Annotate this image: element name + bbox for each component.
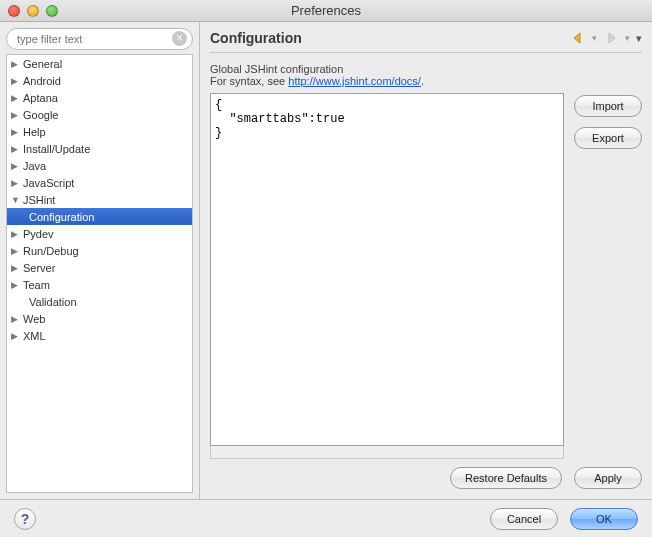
tree-item-label: Java <box>23 160 46 172</box>
nav-sep-1: ▾ <box>592 33 597 43</box>
tree-item[interactable]: ▶XML <box>7 327 192 344</box>
tree-item-label: Run/Debug <box>23 245 79 257</box>
tree-item[interactable]: ▶Help <box>7 123 192 140</box>
tree-item-label: Web <box>23 313 45 325</box>
back-icon[interactable] <box>570 31 586 45</box>
menu-dropdown-icon[interactable]: ▾ <box>636 32 642 45</box>
forward-icon <box>603 31 619 45</box>
tree-item[interactable]: ▼JSHint <box>7 191 192 208</box>
tree-item-label: Aptana <box>23 92 58 104</box>
tree-item[interactable]: ▶Android <box>7 72 192 89</box>
tree-item-label: XML <box>23 330 46 342</box>
filter-input[interactable] <box>6 28 193 50</box>
tree-item-label: Pydev <box>23 228 54 240</box>
tree-item-label: JSHint <box>23 194 55 206</box>
preferences-tree[interactable]: ▶General▶Android▶Aptana▶Google▶Help▶Inst… <box>6 54 193 493</box>
window-title: Preferences <box>0 3 652 18</box>
description: Global JSHint configuration For syntax, … <box>210 63 642 87</box>
disclosure-triangle-icon: ▶ <box>11 314 21 324</box>
page-title: Configuration <box>210 30 302 46</box>
description-line1: Global JSHint configuration <box>210 63 642 75</box>
tree-item-label: Server <box>23 262 55 274</box>
tree-item[interactable]: ▶Team <box>7 276 192 293</box>
tree-item[interactable]: ▶Google <box>7 106 192 123</box>
disclosure-triangle-icon: ▶ <box>11 280 21 290</box>
tree-item[interactable]: ▶Java <box>7 157 192 174</box>
tree-item-label: General <box>23 58 62 70</box>
tree-item[interactable]: ▶JavaScript <box>7 174 192 191</box>
disclosure-triangle-icon: ▶ <box>11 161 21 171</box>
syntax-docs-link[interactable]: http://www.jshint.com/docs/ <box>288 75 421 87</box>
dialog-footer: ? Cancel OK <box>0 499 652 537</box>
config-editor[interactable] <box>210 93 564 446</box>
import-button[interactable]: Import <box>574 95 642 117</box>
sidebar: × ▶General▶Android▶Aptana▶Google▶Help▶In… <box>0 22 200 499</box>
description-line2: For syntax, see http://www.jshint.com/do… <box>210 75 642 87</box>
tree-item[interactable]: ▶Install/Update <box>7 140 192 157</box>
tree-item[interactable]: ▶Pydev <box>7 225 192 242</box>
syntax-suffix: . <box>421 75 424 87</box>
disclosure-triangle-icon: ▶ <box>11 144 21 154</box>
disclosure-triangle-icon: ▶ <box>11 246 21 256</box>
tree-item[interactable]: ▶Aptana <box>7 89 192 106</box>
titlebar: Preferences <box>0 0 652 22</box>
main-panel: Configuration ▾ ▾ ▾ Global JSHint config… <box>200 22 652 499</box>
tree-item-label: Help <box>23 126 46 138</box>
tree-item-label: Configuration <box>29 211 94 223</box>
clear-filter-icon[interactable]: × <box>172 31 187 46</box>
cancel-button[interactable]: Cancel <box>490 508 558 530</box>
syntax-prefix: For syntax, see <box>210 75 288 87</box>
tree-item-label: Validation <box>29 296 77 308</box>
tree-item-label: Google <box>23 109 58 121</box>
restore-defaults-button[interactable]: Restore Defaults <box>450 467 562 489</box>
help-icon[interactable]: ? <box>14 508 36 530</box>
page-nav: ▾ ▾ ▾ <box>570 31 642 45</box>
disclosure-triangle-icon: ▶ <box>11 127 21 137</box>
disclosure-triangle-icon: ▶ <box>11 93 21 103</box>
tree-item[interactable]: ▶General <box>7 55 192 72</box>
tree-item-label: JavaScript <box>23 177 74 189</box>
disclosure-triangle-icon: ▶ <box>11 263 21 273</box>
export-button[interactable]: Export <box>574 127 642 149</box>
tree-item-label: Team <box>23 279 50 291</box>
tree-child-item[interactable]: Configuration <box>7 208 192 225</box>
disclosure-triangle-icon: ▶ <box>11 59 21 69</box>
disclosure-triangle-icon: ▶ <box>11 331 21 341</box>
disclosure-triangle-icon: ▶ <box>11 178 21 188</box>
disclosure-triangle-icon: ▼ <box>11 195 21 205</box>
horizontal-scrollbar[interactable] <box>210 446 564 459</box>
tree-item[interactable]: ▶Web <box>7 310 192 327</box>
nav-sep-2: ▾ <box>625 33 630 43</box>
apply-button[interactable]: Apply <box>574 467 642 489</box>
tree-item-label: Android <box>23 75 61 87</box>
disclosure-triangle-icon: ▶ <box>11 229 21 239</box>
disclosure-triangle-icon: ▶ <box>11 110 21 120</box>
tree-item[interactable]: ▶Run/Debug <box>7 242 192 259</box>
ok-button[interactable]: OK <box>570 508 638 530</box>
disclosure-triangle-icon: ▶ <box>11 76 21 86</box>
tree-child-item[interactable]: Validation <box>7 293 192 310</box>
tree-item-label: Install/Update <box>23 143 90 155</box>
tree-item[interactable]: ▶Server <box>7 259 192 276</box>
